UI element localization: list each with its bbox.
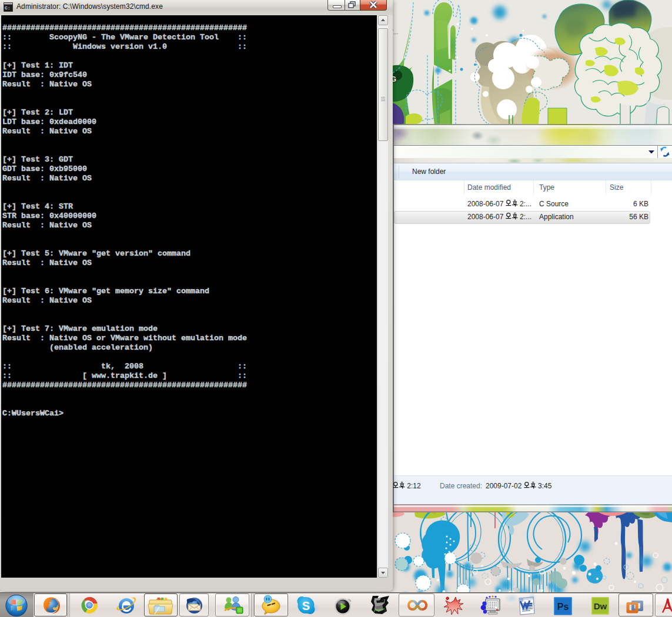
svg-text:C:: C: xyxy=(5,5,11,11)
svg-text:Ps: Ps xyxy=(557,602,569,612)
svg-text:Dw: Dw xyxy=(594,601,607,611)
svg-text:S: S xyxy=(302,599,310,612)
